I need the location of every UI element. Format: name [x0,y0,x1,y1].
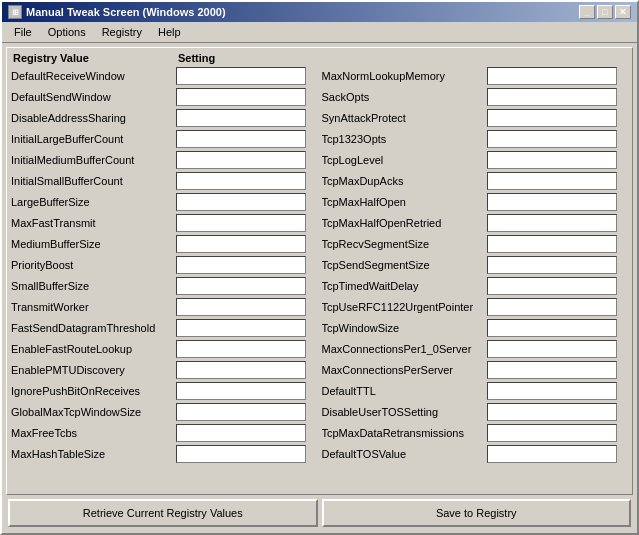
registry-value-input[interactable] [487,214,617,232]
header-registry-value: Registry Value [13,52,178,64]
registry-label: SynAttackProtect [322,112,487,124]
registry-label: TcpSendSegmentSize [322,259,487,271]
registry-label: TcpMaxHalfOpenRetried [322,217,487,229]
registry-value-input[interactable] [176,130,306,148]
registry-value-input[interactable] [176,319,306,337]
table-row: DefaultTTL [322,381,629,401]
registry-value-input[interactable] [487,298,617,316]
registry-value-input[interactable] [176,277,306,295]
registry-label: MaxFastTransmit [11,217,176,229]
minimize-button[interactable]: _ [579,5,595,19]
registry-value-input[interactable] [487,67,617,85]
save-button[interactable]: Save to Registry [322,499,632,527]
registry-value-input[interactable] [176,67,306,85]
table-row: InitialLargeBufferCount [11,129,318,149]
registry-value-input[interactable] [176,88,306,106]
table-row: MaxConnectionsPer1_0Server [322,339,629,359]
registry-value-input[interactable] [176,235,306,253]
registry-label: MaxNormLookupMemory [322,70,487,82]
registry-value-input[interactable] [487,109,617,127]
registry-value-input[interactable] [176,193,306,211]
table-row: TcpMaxDupAcks [322,171,629,191]
registry-label: InitialMediumBufferCount [11,154,176,166]
table-row: EnablePMTUDiscovery [11,360,318,380]
registry-label: IgnorePushBitOnReceives [11,385,176,397]
table-row: SmallBufferSize [11,276,318,296]
table-row: TcpMaxHalfOpenRetried [322,213,629,233]
registry-label: TcpLogLevel [322,154,487,166]
registry-value-input[interactable] [487,193,617,211]
table-row: TcpLogLevel [322,150,629,170]
registry-label: DisableAddressSharing [11,112,176,124]
table-row: TransmitWorker [11,297,318,317]
registry-value-input[interactable] [487,382,617,400]
registry-value-input[interactable] [487,235,617,253]
registry-label: TcpWindowSize [322,322,487,334]
registry-value-input[interactable] [487,319,617,337]
registry-value-input[interactable] [176,151,306,169]
registry-value-input[interactable] [487,424,617,442]
window-title: Manual Tweak Screen (Windows 2000) [26,6,226,18]
registry-value-input[interactable] [176,256,306,274]
menu-file[interactable]: File [6,24,40,40]
registry-label: TcpMaxDataRetransmissions [322,427,487,439]
registry-value-input[interactable] [176,361,306,379]
table-row: MaxConnectionsPerServer [322,360,629,380]
table-row: TcpTimedWaitDelay [322,276,629,296]
table-row: IgnorePushBitOnReceives [11,381,318,401]
table-row: Tcp1323Opts [322,129,629,149]
registry-value-input[interactable] [176,382,306,400]
registry-label: DefaultTTL [322,385,487,397]
table-row: EnableFastRouteLookup [11,339,318,359]
table-row: LargeBufferSize [11,192,318,212]
table-row: FastSendDatagramThreshold [11,318,318,338]
registry-label: TcpTimedWaitDelay [322,280,487,292]
table-row: MaxHashTableSize [11,444,318,464]
registry-value-input[interactable] [176,298,306,316]
maximize-button[interactable]: □ [597,5,613,19]
registry-label: TcpMaxDupAcks [322,175,487,187]
registry-label: GlobalMaxTcpWindowSize [11,406,176,418]
retrieve-button[interactable]: Retrieve Current Registry Values [8,499,318,527]
table-row: GlobalMaxTcpWindowSize [11,402,318,422]
registry-label: EnableFastRouteLookup [11,343,176,355]
close-button[interactable]: ✕ [615,5,631,19]
registry-label: DisableUserTOSSetting [322,406,487,418]
registry-value-input[interactable] [176,445,306,463]
table-row: PriorityBoost [11,255,318,275]
registry-value-input[interactable] [176,424,306,442]
column-headers: Registry Value Setting [11,52,628,64]
table-row: MaxFastTransmit [11,213,318,233]
registry-value-input[interactable] [176,214,306,232]
registry-value-input[interactable] [176,340,306,358]
menu-registry[interactable]: Registry [94,24,150,40]
registry-value-input[interactable] [487,256,617,274]
table-row: InitialMediumBufferCount [11,150,318,170]
registry-value-input[interactable] [487,361,617,379]
registry-value-input[interactable] [487,445,617,463]
registry-value-input[interactable] [176,172,306,190]
registry-label: MaxHashTableSize [11,448,176,460]
registry-label: SackOpts [322,91,487,103]
menu-help[interactable]: Help [150,24,189,40]
registry-panel: Registry Value Setting DefaultReceiveWin… [6,47,633,495]
registry-value-input[interactable] [487,277,617,295]
registry-label: InitialLargeBufferCount [11,133,176,145]
menu-bar: File Options Registry Help [2,22,637,43]
left-column: DefaultReceiveWindowDefaultSendWindowDis… [11,66,318,464]
menu-options[interactable]: Options [40,24,94,40]
registry-value-input[interactable] [176,403,306,421]
registry-value-input[interactable] [487,151,617,169]
table-row: InitialSmallBufferCount [11,171,318,191]
table-row: TcpUseRFC1122UrgentPointer [322,297,629,317]
registry-value-input[interactable] [487,172,617,190]
registry-value-input[interactable] [487,340,617,358]
registry-value-input[interactable] [176,109,306,127]
registry-label: DefaultReceiveWindow [11,70,176,82]
registry-label: MaxConnectionsPerServer [322,364,487,376]
registry-label: TcpRecvSegmentSize [322,238,487,250]
registry-value-input[interactable] [487,88,617,106]
registry-value-input[interactable] [487,130,617,148]
table-row: TcpRecvSegmentSize [322,234,629,254]
registry-value-input[interactable] [487,403,617,421]
